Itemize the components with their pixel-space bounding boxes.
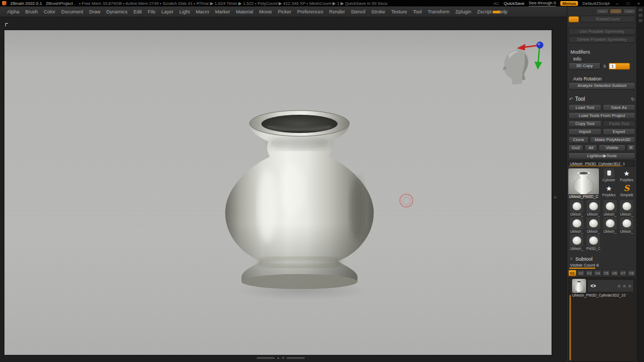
menu-item-tool[interactable]: Tool [413,9,422,14]
mirror-slider-icon[interactable] [596,9,609,14]
tab-v5[interactable]: V5 [602,270,610,276]
tray-slider-icon[interactable] [638,8,643,12]
lightbox-tools-button[interactable]: Lightbox▶Tools [568,152,635,159]
menu-item-zplugin[interactable]: Zplugin [456,9,472,14]
load-tool-button[interactable]: Load Tool [568,104,602,111]
subtool-list[interactable]: UMesh_PM3D_Cylinder3D2_10 [568,277,635,362]
menu-item-stencil[interactable]: Stencil [351,9,365,14]
minimize-button[interactable]: – [614,1,620,6]
radial-toggle-button[interactable] [568,16,579,23]
panel-divider-icon[interactable]: « [554,195,557,200]
subtool-section-header[interactable]: Subtool [568,255,635,262]
dock-handle[interactable] [5,23,8,26]
tab-v3[interactable]: V3 [586,270,594,276]
tab-v2[interactable]: V2 [577,270,585,276]
tool-thumb[interactable]: UMesh_ [602,200,618,217]
eye-icon[interactable] [590,284,597,288]
maximize-button[interactable]: □ [625,1,631,6]
export-button[interactable]: Export [603,128,636,135]
reset-palette-icon[interactable]: ↻ [631,97,635,102]
goz-button[interactable]: GoZ [568,144,583,151]
delete-posable-symmetry-button[interactable]: Delete Posable Symmetry [568,36,635,43]
menu-item-transform[interactable]: Transform [428,9,450,14]
close-button[interactable]: × [635,1,642,6]
menu-item-edit[interactable]: Edit [134,9,142,14]
visible-count-slider[interactable]: Visible Count 8 [568,262,635,269]
copy-tool-button[interactable]: Copy Tool [568,120,602,127]
menu-item-brush[interactable]: Brush [25,9,38,14]
tool-thumb[interactable]: UMesh_ [585,217,602,234]
tool-thumb[interactable]: UMesh_ [568,217,585,234]
menu-item-picker[interactable]: Picker [278,9,291,14]
menu-item-macro[interactable]: Macro [196,9,209,14]
default-zscript-button[interactable]: DefaultZScript [582,1,610,6]
tab-v7[interactable]: V7 [619,270,627,276]
subtool-list-item[interactable]: UMesh_PM3D_Cylinder3D2_10 [572,279,634,298]
menu-item-stroke[interactable]: Stroke [371,9,385,14]
menu-item-light[interactable]: Light [179,9,190,14]
menu-item-file[interactable]: File [148,9,156,14]
menu-item-alpha[interactable]: Alpha [7,9,19,14]
scroll-bar-left[interactable] [257,357,275,359]
quick-pick-polymesh-star[interactable]: ★ PolyMes [618,168,635,183]
import-button[interactable]: Import [568,128,602,135]
all-button[interactable]: All [584,144,597,151]
analyze-selected-subtool-button[interactable]: Analyze Selected Subtool [568,82,635,90]
radial-slider-icon[interactable] [610,9,622,14]
menu-item-color[interactable]: Color [44,9,56,14]
subtool-thumbnail[interactable] [572,279,586,293]
tool-thumb[interactable]: UMesh_ [618,200,635,217]
clone-button[interactable]: Clone [568,136,589,143]
options-icon[interactable] [628,285,631,287]
tray-slider-icon[interactable] [638,19,643,23]
current-tool-name[interactable]: UMesh_PM3D_Cylinder3D2_1 [568,160,635,167]
tray-slider-icon[interactable] [638,13,643,17]
copy-count-slider[interactable]: 1 [609,63,630,70]
visible-button[interactable]: Visible [598,144,626,151]
menu-item-draw[interactable]: Draw [89,9,100,14]
vase-model[interactable] [216,109,383,294]
menu-item-document[interactable]: Document [61,9,83,14]
scroll-down-icon[interactable]: ▼ [282,357,284,359]
quick-pick-simplebrush[interactable]: S SimpleB [618,183,635,198]
menu-item-movie[interactable]: Movie [259,9,272,14]
save-as-button[interactable]: Save As [603,104,636,111]
tab-v4[interactable]: V4 [594,270,602,276]
tool-thumb[interactable]: UMesh_ [602,217,618,234]
r-button[interactable]: R [627,144,635,151]
tab-v1[interactable]: V1 [568,270,576,276]
tool-thumb[interactable]: UMesh_ [568,200,585,217]
see-through-slider[interactable]: See-through 0 [529,1,556,6]
radial-count-slider[interactable]: RadialCount [580,16,635,23]
tool-thumb[interactable]: UMesh_ [618,217,635,234]
menu-item-texture[interactable]: Texture [391,9,407,14]
menus-button[interactable]: Menus [560,1,578,6]
symmetry-slider-icon[interactable] [623,9,635,14]
menu-item-preferences[interactable]: Preferences [297,9,324,14]
menu-item-dynamics[interactable]: Dynamics [106,9,128,14]
paste-tool-button[interactable]: Paste Tool [603,120,636,127]
3d-copy-button[interactable]: 3D Copy [568,62,601,70]
flip-palette-icon[interactable]: ↶ [569,97,573,102]
tool-thumb[interactable]: PM3D_C [585,234,602,251]
tab-v8[interactable]: V8 [627,270,635,276]
menu-item-zscript[interactable]: Zscript [477,9,492,14]
make-polymesh3d-button[interactable]: Make PolyMesh3D [590,136,635,143]
menu-item-render[interactable]: Render [329,9,345,14]
active-tool-thumbnail[interactable]: UMesh_PM3D_C [568,168,599,199]
tool-thumb[interactable]: UMesh_ [585,200,602,217]
scroll-bar-right[interactable] [287,357,305,359]
tool-thumb[interactable]: UMesh_ [568,234,585,251]
document-canvas[interactable] [4,30,552,355]
use-posable-symmetry-button[interactable]: Use Posable Symmetry [568,28,635,35]
menu-item-material[interactable]: Material [236,9,253,14]
quick-pick-polymesh-star-2[interactable]: ★ PolyMes [600,183,618,198]
scroll-up-icon[interactable]: ▲ [277,357,280,359]
tab-v6[interactable]: V6 [611,270,619,276]
subtool-scrollbar[interactable] [569,295,571,360]
quicksave-button[interactable]: QuickSave [504,1,525,6]
paint-toggle-icon[interactable] [618,285,620,287]
sculpt-toggle-icon[interactable] [623,285,626,287]
menu-item-layer[interactable]: Layer [162,9,174,14]
load-tools-from-project-button[interactable]: Load Tools From Project [568,112,635,119]
